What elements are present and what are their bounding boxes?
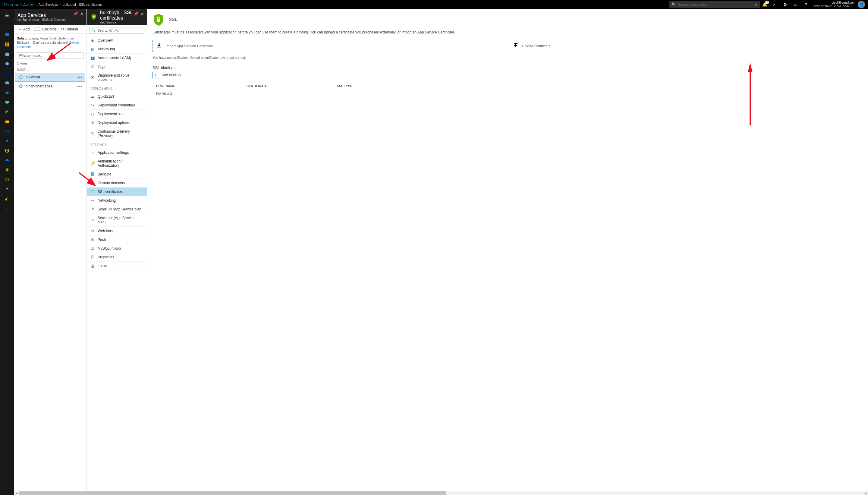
column-header-certificate[interactable]: CERTIFICATE xyxy=(246,84,337,88)
rail-item[interactable] xyxy=(0,156,14,165)
menu-item-icon: ✖ xyxy=(90,75,94,80)
menu-item[interactable]: ↗Scale up (App Service plan) xyxy=(87,205,147,214)
menu-search-input[interactable] xyxy=(98,29,142,32)
rail-item[interactable] xyxy=(0,69,14,78)
azure-logo[interactable]: Microsoft Azure xyxy=(2,2,36,7)
menu-item[interactable]: 🗝Deployment credentials xyxy=(87,101,147,110)
add-binding-button[interactable]: + Add binding xyxy=(153,72,180,79)
menu-search[interactable]: 🔍 xyxy=(89,27,144,34)
avatar[interactable]: 👤 xyxy=(858,1,865,8)
hamburger-button[interactable]: ☰ xyxy=(0,11,14,20)
rail-item[interactable] xyxy=(0,88,14,97)
rail-item[interactable] xyxy=(0,146,14,155)
menu-item[interactable]: 🗄Backups xyxy=(87,170,147,179)
horizontal-scrollbar[interactable]: ◀ ▶ xyxy=(14,491,868,495)
menu-item[interactable]: ▤Activity log xyxy=(87,45,147,54)
rail-item[interactable] xyxy=(0,175,14,184)
expand-rail-button[interactable]: › xyxy=(0,205,14,214)
close-icon[interactable]: ✕ xyxy=(79,12,84,16)
menu-item[interactable]: ◉Overview xyxy=(87,36,147,45)
menu-item[interactable]: 🛡SSL certificates xyxy=(87,187,147,196)
clear-icon[interactable]: ✕ xyxy=(754,2,758,7)
search-icon: 🔍 xyxy=(91,28,96,33)
help-button[interactable]: ? xyxy=(801,0,811,9)
upload-icon xyxy=(513,42,518,49)
menu-item[interactable]: ☁Quickstart xyxy=(87,92,147,101)
notifications-button[interactable]: 🔔 2 xyxy=(760,0,770,9)
column-header-name[interactable]: NAME ⌄ xyxy=(14,67,87,73)
breadcrumb-item[interactable]: App Services xyxy=(38,3,58,6)
breadcrumb-item[interactable]: bulkbuyd - SSL certificates xyxy=(63,3,102,6)
menu-item[interactable]: ≡Application settings xyxy=(87,148,147,157)
rail-item[interactable] xyxy=(0,194,14,203)
user-account[interactable]: bjcull@gmail.com BEN3GETPINCHCOM (DEFAUL… xyxy=(811,1,858,8)
cert-actions: Import App Service Certificate Upload Ce… xyxy=(153,40,862,52)
menu-item[interactable]: ⇔Networking xyxy=(87,196,147,205)
menu-item-label: Custom domains xyxy=(98,181,125,185)
upload-certificate-button[interactable]: Upload Certificate xyxy=(509,40,863,52)
settings-button[interactable]: ⚙ xyxy=(780,0,791,9)
menu-item[interactable]: ↗Scale out (App Service plan) xyxy=(87,214,147,227)
pin-icon[interactable]: 📌 xyxy=(73,12,78,16)
app-service-row[interactable]: bulkbuyd••• xyxy=(15,73,85,82)
scrollbar-thumb[interactable] xyxy=(19,491,446,495)
menu-item[interactable]: ↻Continuous Delivery (Preview) xyxy=(87,127,147,140)
rail-item[interactable] xyxy=(0,117,14,126)
more-icon[interactable]: ••• xyxy=(77,75,83,80)
rail-item[interactable] xyxy=(0,136,14,145)
person-icon: 👤 xyxy=(859,2,864,7)
rail-item[interactable] xyxy=(0,79,14,87)
column-header-hostname[interactable]: HOST NAME xyxy=(156,84,246,88)
search-input[interactable] xyxy=(678,2,754,7)
rail-item[interactable] xyxy=(0,49,14,58)
scroll-left-arrow[interactable]: ◀ xyxy=(14,492,19,495)
menu-item[interactable]: 📋Properties xyxy=(87,253,147,262)
svg-rect-3 xyxy=(8,42,9,44)
menu-item[interactable]: ▮▮Deployment slots xyxy=(87,109,147,118)
rail-item[interactable] xyxy=(0,30,14,39)
rail-item[interactable] xyxy=(0,185,14,193)
menu-item[interactable]: 🗃MySQL In App xyxy=(87,244,147,253)
rail-item[interactable] xyxy=(0,126,14,136)
rail-item[interactable] xyxy=(0,40,14,49)
columns-button[interactable]: ☰☰Columns xyxy=(32,26,58,32)
menu-item-icon: ✉ xyxy=(90,238,94,242)
import-certificate-button[interactable]: Import App Service Certificate xyxy=(153,40,506,52)
pin-icon[interactable]: 📌 xyxy=(134,12,138,16)
feedback-button[interactable]: ☺ xyxy=(791,0,801,9)
app-service-icon xyxy=(18,84,23,89)
menu-item-label: Quickstart xyxy=(98,95,114,99)
rail-item[interactable] xyxy=(0,59,14,68)
global-search[interactable]: 🔍 ✕ xyxy=(670,1,760,8)
new-resource-button[interactable]: + xyxy=(0,20,14,30)
filter-input[interactable] xyxy=(17,52,84,58)
app-service-row[interactable]: pinch-chargebee••• xyxy=(15,82,85,91)
menu-item[interactable]: 🔑Authentication / Authorization xyxy=(87,157,147,170)
cloud-shell-button[interactable]: >_ xyxy=(770,0,780,9)
column-header-ssltype[interactable]: SSL TYPE xyxy=(337,84,859,88)
svg-rect-24 xyxy=(6,197,7,199)
blade-header: bulkbuyd - SSL certificates App Service … xyxy=(87,9,147,25)
menu-item[interactable]: 🔒Locks xyxy=(87,261,147,270)
menu-item[interactable]: ▦Custom domains xyxy=(87,178,147,188)
menu-item[interactable]: ✉Push xyxy=(87,235,147,244)
menu-item[interactable]: 👥Access control (IAM) xyxy=(87,53,147,63)
scroll-right-arrow[interactable]: ▶ xyxy=(863,492,868,495)
menu-item[interactable]: ⚙WebJobs xyxy=(87,226,147,236)
add-button[interactable]: ＋Add xyxy=(16,26,31,33)
menu-item-label: Authentication / Authorization xyxy=(98,159,143,168)
svg-rect-10 xyxy=(5,52,8,56)
topbar: Microsoft Azure App Services › bulkbuyd … xyxy=(0,0,868,9)
close-icon[interactable]: ✕ xyxy=(140,12,144,16)
menu-item[interactable]: ⚙Deployment options xyxy=(87,118,147,127)
plus-icon: + xyxy=(153,72,159,79)
download-icon xyxy=(156,42,162,49)
more-icon[interactable]: ••• xyxy=(77,84,83,89)
menu-item[interactable]: ✖Diagnose and solve problems xyxy=(87,71,147,84)
menu-item[interactable]: 🏷Tags xyxy=(87,62,147,71)
rail-item[interactable] xyxy=(0,98,14,107)
rail-item[interactable] xyxy=(0,107,14,116)
refresh-button[interactable]: ↻Refresh xyxy=(59,26,80,32)
svg-rect-16 xyxy=(6,103,7,104)
rail-item[interactable] xyxy=(0,165,14,174)
